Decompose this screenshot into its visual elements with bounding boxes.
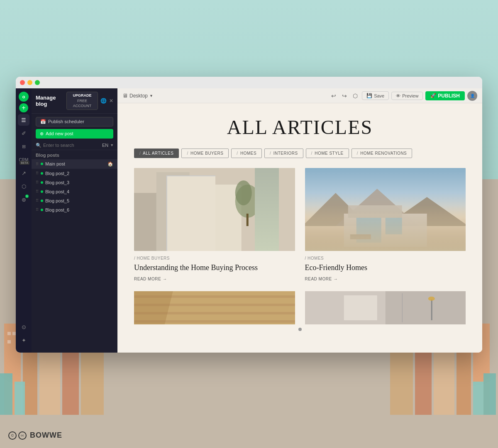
post-status-dot-2 — [41, 181, 43, 184]
sidebar-icon-blog[interactable]: ☰ — [18, 114, 29, 126]
cat-tab-home-buyers[interactable]: / HOME BUYERS — [181, 149, 229, 158]
read-more-label-0: READ MORE — [134, 277, 161, 281]
bottom-image-0 — [134, 291, 295, 324]
article-category-0: / HOME BUYERS — [134, 256, 295, 261]
publish-scheduler-button[interactable]: 📅 Publish scheduler — [36, 117, 113, 127]
read-more-1[interactable]: READ MORE → — [305, 277, 466, 281]
close-icon[interactable]: ✕ — [109, 98, 113, 104]
traffic-light-green[interactable] — [35, 80, 40, 85]
article-card-0[interactable]: / HOME BUYERS Understanding the Home Buy… — [134, 168, 295, 281]
post-status-dot-4 — [41, 200, 43, 202]
upgrade-line2: FREE ACCOUNT — [69, 98, 95, 109]
svg-rect-39 — [344, 214, 427, 247]
save-button[interactable]: 💾 Save — [362, 91, 389, 100]
blog-preview-area: ALL ARTICLES / ALL ARTICLES / HOME BUYER… — [117, 103, 482, 353]
svg-rect-43 — [350, 234, 371, 239]
upgrade-button[interactable]: UPGRADE FREE ACCOUNT — [66, 92, 98, 110]
blog-post-item-5[interactable]: ⠿ Blog post_6 — [32, 205, 117, 214]
topbar-right: ↩ ↪ ⬡ 💾 Save 👁 Preview — [330, 91, 477, 101]
cat-tab-home-style[interactable]: / HOME STYLE — [306, 149, 349, 158]
globe-icon[interactable]: 🌐 — [100, 98, 107, 104]
drag-handle-5: ⠿ — [36, 207, 39, 212]
add-content-button[interactable]: + — [19, 103, 28, 112]
svg-rect-31 — [198, 224, 204, 227]
cat-tab-interiors[interactable]: / INTERIORS — [264, 149, 303, 158]
add-new-post-button[interactable]: ⊕ Add new post — [36, 129, 113, 139]
blog-post-list: ⠿ Main post 🏠 ⠿ Blog post_2 ⠿ Blog post_… — [32, 159, 117, 353]
traffic-light-yellow[interactable] — [27, 80, 32, 85]
blog-posts-section-label: Blog posts — [32, 150, 117, 159]
store-icon: ⊞ — [22, 144, 26, 149]
shield-icon: ✦ — [22, 337, 26, 343]
blog-post-item-2[interactable]: ⠿ Blog post_3 — [32, 178, 117, 187]
slash-5: / — [357, 151, 358, 156]
publish-button[interactable]: 🚀 PUBLISH — [425, 91, 465, 100]
desktop-selector-button[interactable]: 🖥 Desktop ▼ — [122, 93, 153, 99]
sidebar-icon-edit[interactable]: ✐ — [18, 127, 29, 139]
read-more-label-1: READ MORE — [305, 277, 332, 281]
svg-rect-27 — [134, 193, 156, 251]
sidebar-icon-camera[interactable]: ⊙ — [18, 321, 29, 333]
sidebar-icon-store[interactable]: ⊞ — [18, 141, 29, 152]
cat-tab-home-renovations[interactable]: / HOME RENOVATIONS — [352, 149, 413, 158]
cat-tab-homes[interactable]: / HOMES — [231, 149, 262, 158]
sidebar-icon-layers[interactable]: ⬡ — [18, 180, 29, 192]
undo-button[interactable]: ↩ — [330, 92, 338, 100]
app-logo[interactable]: o — [19, 92, 29, 102]
blog-sidebar-title: Manage blog — [36, 95, 66, 107]
read-more-0[interactable]: READ MORE → — [134, 277, 295, 281]
blog-post-item-0[interactable]: ⠿ Main post 🏠 — [32, 159, 117, 169]
add-new-post-label: Add new post — [46, 131, 73, 136]
publish-label: PUBLISH — [438, 93, 460, 99]
icon-sidebar: o + ☰ ✐ ⊞ CRM — [16, 88, 32, 353]
blog-main-title: ALL ARTICLES — [134, 116, 466, 139]
svg-rect-12 — [0, 373, 12, 415]
language-selector[interactable]: EN — [102, 143, 108, 148]
sidebar-icon-analytics[interactable]: ↗ — [18, 167, 29, 179]
preview-button[interactable]: 👁 Preview — [391, 92, 423, 100]
blog-post-item-1[interactable]: ⠿ Blog post_2 — [32, 169, 117, 178]
cat-label-1: HOME BUYERS — [190, 151, 223, 156]
article-image-0 — [134, 168, 295, 251]
sidebar-icon-shield[interactable]: ✦ — [18, 334, 29, 346]
icon-sidebar-top: o + ☰ ✐ ⊞ CRM — [18, 92, 29, 319]
article-card-1[interactable]: / HOMES Eco-Friendly Homes READ MORE → — [305, 168, 466, 281]
cat-label-0: ALL ARTICLES — [143, 151, 173, 156]
drag-handle-4: ⠿ — [36, 198, 39, 203]
add-icon: + — [22, 105, 25, 111]
avatar-initials: 👤 — [470, 94, 475, 98]
analytics-icon: ↗ — [22, 170, 26, 176]
bottom-image-1 — [305, 291, 466, 324]
search-icon: 🔍 — [36, 143, 42, 148]
svg-rect-41 — [356, 218, 381, 243]
blog-post-item-4[interactable]: ⠿ Blog post_5 — [32, 196, 117, 205]
redo-icon: ↪ — [342, 93, 347, 99]
svg-rect-34 — [247, 214, 249, 226]
sidebar-icon-gifts[interactable]: ⊛ 1 — [18, 194, 29, 205]
search-input[interactable] — [43, 143, 100, 148]
slash-4: / — [311, 151, 312, 156]
post-name-5: Blog post_6 — [45, 207, 69, 212]
post-name-2: Blog post_3 — [45, 180, 69, 185]
drag-handle-2: ⠿ — [36, 180, 39, 185]
cat-label-5: HOME RENOVATIONS — [360, 151, 407, 156]
icon-sidebar-bottom: ⊙ ✦ — [18, 321, 29, 349]
sidebar-icon-crm[interactable]: CRM BETA — [18, 154, 29, 166]
cat-label-4: HOME STYLE — [315, 151, 343, 156]
post-status-dot-0 — [41, 163, 43, 165]
home-icon-0: 🏠 — [107, 161, 113, 167]
share-button[interactable]: ⬡ — [351, 92, 359, 100]
publish-scheduler-label: Publish scheduler — [48, 119, 84, 124]
article-title-1: Eco-Friendly Homes — [305, 263, 466, 273]
articles-grid: / HOME BUYERS Understanding the Home Buy… — [134, 168, 466, 281]
redo-button[interactable]: ↪ — [340, 92, 349, 100]
traffic-light-red[interactable] — [20, 80, 25, 85]
svg-rect-23 — [483, 373, 496, 415]
browser-chrome — [16, 77, 482, 88]
user-avatar[interactable]: 👤 — [467, 91, 477, 101]
post-name-1: Blog post_2 — [45, 171, 69, 176]
category-tabs: / ALL ARTICLES / HOME BUYERS / HOMES / I… — [134, 149, 466, 158]
edit-icon: ✐ — [22, 130, 26, 136]
blog-post-item-3[interactable]: ⠿ Blog post_4 — [32, 187, 117, 196]
cat-tab-all-articles[interactable]: / ALL ARTICLES — [134, 149, 179, 158]
